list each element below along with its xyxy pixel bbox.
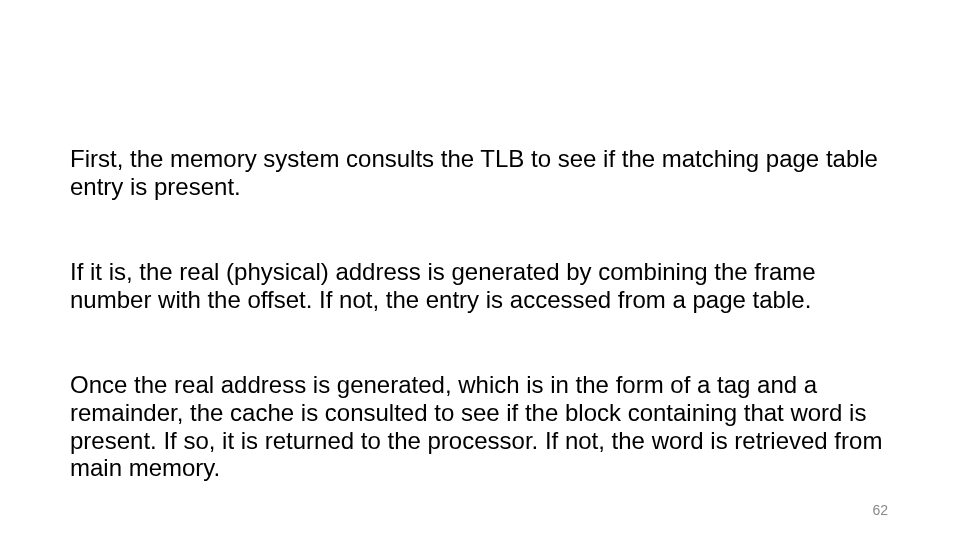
paragraph-2: If it is, the real (physical) address is… [70,258,890,313]
paragraph-3: Once the real address is generated, whic… [70,371,890,481]
page-number: 62 [872,502,888,518]
paragraph-1: First, the memory system consults the TL… [70,145,890,200]
slide: First, the memory system consults the TL… [0,0,960,540]
